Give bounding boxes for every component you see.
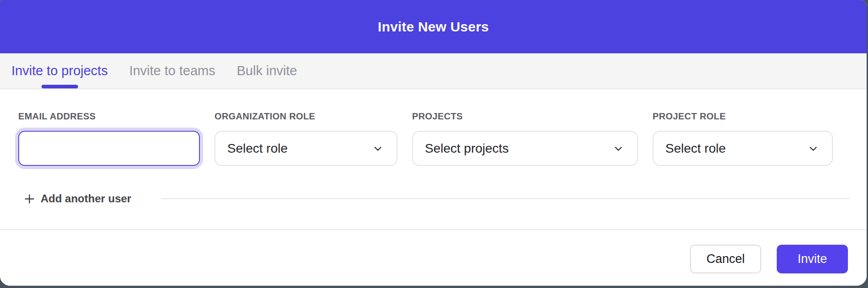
organization-role-value: Select role [227, 141, 288, 156]
project-role-value: Select role [665, 141, 726, 156]
tab-label: Bulk invite [237, 63, 297, 78]
project-role-column: PROJECT ROLE Select role [653, 110, 833, 166]
active-tab-underline [42, 85, 78, 88]
plus-icon [24, 193, 35, 205]
email-column: EMAIL ADDRESS [18, 110, 200, 166]
organization-role-label: ORGANIZATION ROLE [214, 110, 397, 122]
projects-column: PROJECTS Select projects [412, 110, 638, 166]
tab-label: Invite to teams [129, 63, 215, 78]
dialog-title: Invite New Users [378, 19, 489, 35]
projects-label: PROJECTS [412, 110, 638, 122]
projects-select[interactable]: Select projects [412, 131, 638, 166]
invite-new-users-dialog: Invite New Users Invite to projects Invi… [0, 0, 867, 286]
chevron-down-icon [807, 143, 819, 154]
dialog-body: EMAIL ADDRESS ORGANIZATION ROLE Select r… [0, 89, 867, 229]
tab-invite-to-teams[interactable]: Invite to teams [129, 53, 215, 88]
add-user-row: Add another user [18, 192, 850, 205]
chevron-down-icon [372, 143, 384, 154]
row-divider [161, 198, 850, 199]
email-input[interactable] [18, 131, 200, 166]
add-another-user-button[interactable]: Add another user [18, 192, 131, 205]
tab-bulk-invite[interactable]: Bulk invite [237, 53, 297, 88]
projects-value: Select projects [425, 141, 509, 156]
project-role-label: PROJECT ROLE [653, 110, 833, 122]
tab-bar: Invite to projects Invite to teams Bulk … [0, 53, 867, 89]
chevron-down-icon [612, 143, 624, 154]
tab-label: Invite to projects [11, 63, 108, 78]
invite-row: EMAIL ADDRESS ORGANIZATION ROLE Select r… [18, 110, 850, 166]
invite-button[interactable]: Invite [777, 245, 848, 273]
email-address-label: EMAIL ADDRESS [18, 110, 200, 122]
organization-role-select[interactable]: Select role [214, 131, 397, 166]
cancel-button[interactable]: Cancel [690, 245, 761, 273]
add-another-user-label: Add another user [41, 192, 131, 205]
dialog-header: Invite New Users [0, 0, 867, 53]
tab-invite-to-projects[interactable]: Invite to projects [11, 53, 108, 88]
organization-role-column: ORGANIZATION ROLE Select role [214, 110, 397, 166]
project-role-select[interactable]: Select role [653, 131, 833, 166]
dialog-footer: Cancel Invite [0, 229, 867, 286]
